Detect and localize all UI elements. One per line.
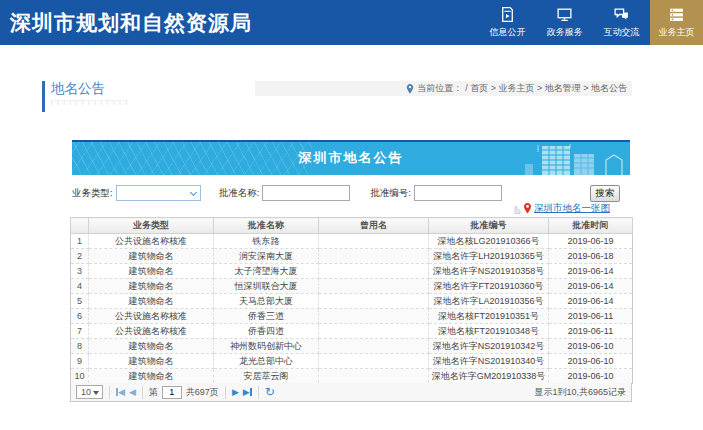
city-map-link[interactable]: 深圳市地名一张图 (534, 202, 610, 215)
cell: 深地名许字NS201910342号 (429, 339, 549, 354)
row-number: 5 (71, 294, 89, 309)
cell: 深地名核FT201910348号 (429, 324, 549, 339)
chevron-down-icon (190, 189, 197, 196)
cell: 太子湾望海大厦 (214, 264, 319, 279)
table-row[interactable]: 7公共设施名称核准侨香四道深地名核FT201910348号2019-06-11 (71, 324, 633, 339)
table-row[interactable]: 2建筑物命名润安深南大厦深地名许字LH201910365号2019-06-18 (71, 249, 633, 264)
cell (319, 369, 429, 384)
breadcrumb-prefix: 当前位置： (417, 82, 462, 95)
row-number: 8 (71, 339, 89, 354)
cell: 2019-06-19 (549, 234, 633, 249)
page: 深圳市规划和自然资源局 信息公开 政务服务 互动交流 (0, 0, 703, 430)
next-page-button[interactable]: ▶ (232, 388, 239, 397)
column-header: 批准时间 (549, 218, 633, 234)
nav-item-gov-services[interactable]: 政务服务 (536, 0, 593, 45)
total-pages-label: 共697页 (186, 386, 219, 399)
row-number: 7 (71, 324, 89, 339)
cell: 铁东路 (214, 234, 319, 249)
cell (319, 354, 429, 369)
nav-item-business-home[interactable]: 业务主页 (650, 0, 703, 45)
cell: 深地名许字LH201910365号 (429, 249, 549, 264)
stack-icon (668, 6, 685, 23)
cell (319, 264, 429, 279)
cell: 深地名许字LA201910356号 (429, 294, 549, 309)
first-page-button[interactable]: ◀ (116, 388, 125, 397)
section-title: 地名公告 (51, 80, 105, 98)
nav-label: 信息公开 (490, 26, 526, 39)
document-icon (499, 6, 516, 23)
type-filter-select[interactable] (116, 185, 201, 201)
cell: 建筑物命名 (89, 354, 214, 369)
cell (319, 339, 429, 354)
section-subtitle-ticks: |''|''|''|''|''|''|''|''|''|''|''|''| (51, 99, 128, 105)
refresh-icon[interactable]: ↻ (265, 386, 275, 398)
row-number: 3 (71, 264, 89, 279)
column-header: 业务类型 (89, 218, 214, 234)
page-size-value: 10 (81, 387, 91, 397)
cell: 2019-06-10 (549, 339, 633, 354)
table-row[interactable]: 6公共设施名称核准侨香三道深地名核FT201910351号2019-06-11 (71, 309, 633, 324)
announcement-table: 业务类型批准名称曾用名批准编号批准时间 1公共设施名称核准铁东路深地名核LG20… (70, 217, 633, 384)
cell (319, 234, 429, 249)
cell: 深地名许字FT201910360号 (429, 279, 549, 294)
divider (225, 386, 226, 399)
cell: 天马总部大厦 (214, 294, 319, 309)
table-row[interactable]: 9建筑物命名龙光总部中心深地名许字NS201910340号2019-06-10 (71, 354, 633, 369)
table-row[interactable]: 4建筑物命名恒深圳联合大厦深地名许字FT201910360号2019-06-14 (71, 279, 633, 294)
header: 深圳市规划和自然资源局 信息公开 政务服务 互动交流 (0, 0, 703, 45)
name-filter-input[interactable] (262, 185, 350, 201)
chat-icon (613, 6, 630, 23)
row-number: 9 (71, 354, 89, 369)
cell: 龙光总部中心 (214, 354, 319, 369)
cell: 2019-06-14 (549, 264, 633, 279)
table-row[interactable]: 5建筑物命名天马总部大厦深地名许字LA201910356号2019-06-14 (71, 294, 633, 309)
monitor-icon (556, 6, 573, 23)
dropdown-arrow-icon (93, 391, 99, 395)
cell: 深地名许字NS201910340号 (429, 354, 549, 369)
search-button[interactable]: 搜索 (590, 185, 620, 202)
records-summary: 显示1到10,共6965记录 (534, 386, 626, 399)
breadcrumb-path[interactable]: / 首页 > 业务主页 > 地名管理 > 地名公告 (465, 82, 627, 95)
location-pin-icon (406, 84, 414, 94)
row-number: 1 (71, 234, 89, 249)
table-row[interactable]: 8建筑物命名神州数码创新中心深地名许字NS201910342号2019-06-1… (71, 339, 633, 354)
table-row[interactable]: 3建筑物命名太子湾望海大厦深地名许字NS201910358号2019-06-14 (71, 264, 633, 279)
divider (109, 386, 110, 399)
name-filter-label: 批准名称: (219, 187, 260, 200)
cell: 公共设施名称核准 (89, 309, 214, 324)
nav-item-info-disclosure[interactable]: 信息公开 (479, 0, 536, 45)
column-header: 批准名称 (214, 218, 319, 234)
last-page-button[interactable]: ▶ (243, 388, 252, 397)
prev-page-button[interactable]: ◀ (129, 388, 136, 397)
cell: 深地名核LG201910366号 (429, 234, 549, 249)
announcement-banner: 深圳市地名公告 (72, 140, 630, 175)
divider (258, 386, 259, 399)
current-page-input[interactable] (162, 386, 182, 399)
row-number: 6 (71, 309, 89, 324)
cell: 侨香四道 (214, 324, 319, 339)
pagination-bar: 10 ◀ ◀ 第 共697页 ▶ ▶ ↻ 显示1到10,共6965记录 (70, 383, 632, 402)
map-pin-icon (523, 203, 532, 214)
cell (319, 249, 429, 264)
page-size-select[interactable]: 10 (76, 385, 103, 399)
cell: 建筑物命名 (89, 339, 214, 354)
hand-cursor-icon (511, 203, 521, 214)
cell (319, 294, 429, 309)
cell: 润安深南大厦 (214, 249, 319, 264)
table-row[interactable]: 10建筑物命名安居萃云阁深地名许字GM201910338号2019-06-10 (71, 369, 633, 384)
table-row[interactable]: 1公共设施名称核准铁东路深地名核LG201910366号2019-06-19 (71, 234, 633, 249)
code-filter-label: 批准编号: (370, 187, 411, 200)
row-number: 10 (71, 369, 89, 384)
cell (319, 309, 429, 324)
column-header: 曾用名 (319, 218, 429, 234)
divider (142, 386, 143, 399)
nav-item-interaction[interactable]: 互动交流 (593, 0, 650, 45)
banner-title: 深圳市地名公告 (72, 142, 630, 174)
cell: 神州数码创新中心 (214, 339, 319, 354)
column-header: 批准编号 (429, 218, 549, 234)
code-filter-input[interactable] (414, 185, 502, 201)
row-number: 4 (71, 279, 89, 294)
cell: 深地名许字GM201910338号 (429, 369, 549, 384)
cell: 建筑物命名 (89, 369, 214, 384)
cell: 侨香三道 (214, 309, 319, 324)
